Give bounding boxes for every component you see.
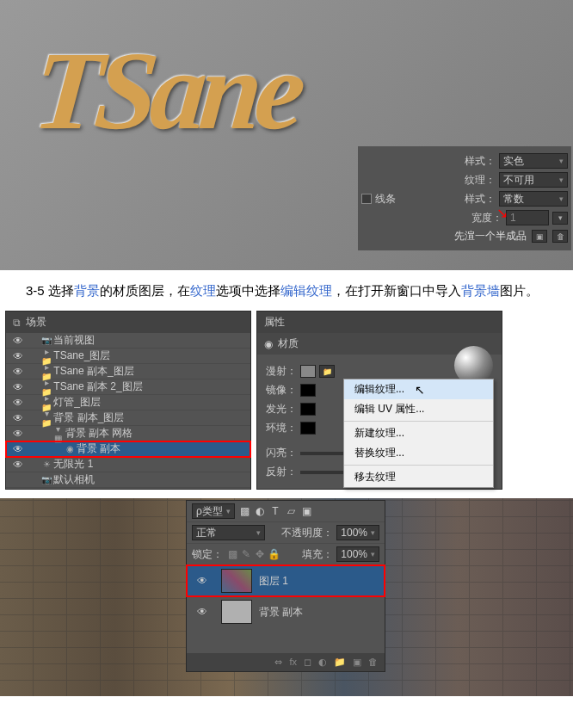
- layer-type-icon: 📷: [41, 475, 52, 484]
- instruction-text: 3-5 选择背景的材质图层，在纹理选项中选择编辑纹理，在打开新窗口中导入背景墙图…: [0, 270, 573, 311]
- red-arrow-annotation: ↘: [496, 205, 508, 221]
- style-options-panel: 样式： 实色 纹理： 不可用 线条 样式： 常数 宽度： 1 ▾ ↘ 先渲一个半…: [358, 146, 571, 250]
- palette-layer-1[interactable]: 👁 图层 1: [187, 565, 385, 596]
- layer-row[interactable]: 👁 ◉背景 副本: [6, 441, 250, 457]
- bottom-section: ρ 类型 ▩ ◐ T ▱ ▣ 正常 不透明度： 100% 锁定： ▩ ✎ ✥ 🔒…: [0, 498, 573, 696]
- layer-name-text: 默认相机: [52, 472, 95, 487]
- texture-context-menu: 编辑纹理... 编辑 UV 属性... 新建纹理... 替换纹理... 移去纹理…: [343, 379, 494, 488]
- layers-palette: ρ 类型 ▩ ◐ T ▱ ▣ 正常 不透明度： 100% 锁定： ▩ ✎ ✥ 🔒…: [186, 500, 385, 672]
- layer-filter-select[interactable]: ρ 类型: [192, 503, 235, 519]
- blend-mode-select[interactable]: 正常: [192, 525, 265, 540]
- lock-pos-icon[interactable]: ✥: [254, 548, 266, 560]
- layer-type-icon: ☀: [41, 460, 52, 469]
- palette-footer: ⇔ fx ◻ ◐ 📁 ▣ 🗑: [187, 653, 385, 671]
- cursor-icon: ↖: [415, 383, 425, 397]
- specular-swatch[interactable]: [300, 384, 316, 397]
- layer-row[interactable]: 📷默认相机: [6, 472, 250, 488]
- texture-label: 纹理：: [461, 173, 496, 188]
- fill-input[interactable]: 100%: [336, 546, 379, 562]
- visibility-toggle[interactable]: 👁: [190, 575, 214, 587]
- group-icon[interactable]: 📁: [334, 657, 346, 668]
- layer-name-text: 背景 副本_图层: [52, 410, 124, 425]
- visibility-icon[interactable]: 👁: [6, 366, 30, 378]
- shine-label: 闪亮：: [266, 446, 297, 460]
- layer-name-text: TSane_图层: [52, 349, 110, 363]
- layer-name-text: 灯管_图层: [52, 395, 101, 410]
- filter-smart-icon[interactable]: ▣: [300, 505, 312, 517]
- style-fill-select[interactable]: 实色: [499, 153, 568, 169]
- render-preview: TSane 样式： 实色 纹理： 不可用 线条 样式： 常数 宽度： 1 ▾ ↘…: [0, 0, 573, 270]
- props-header: 属性: [257, 312, 502, 333]
- fx-icon[interactable]: fx: [289, 657, 297, 668]
- texture-select[interactable]: 不可用: [499, 172, 568, 188]
- diffuse-swatch[interactable]: [300, 365, 316, 378]
- layer-name: 背景 副本: [259, 605, 303, 620]
- lock-trans-icon[interactable]: ▩: [226, 548, 238, 560]
- visibility-icon[interactable]: 👁: [6, 350, 30, 362]
- stroke-checkbox[interactable]: [361, 194, 372, 204]
- opacity-label: 不透明度：: [281, 526, 333, 540]
- opacity-input[interactable]: 100%: [336, 525, 379, 540]
- layer-name-text: TSane 副本_图层: [52, 364, 133, 379]
- palette-layer-2[interactable]: 👁 背景 副本: [187, 596, 385, 627]
- width-input[interactable]: 1: [506, 210, 549, 225]
- mask-icon[interactable]: ◻: [304, 657, 311, 668]
- layer-type-icon: 📷: [41, 336, 52, 345]
- layer-name-text: 背景 副本 网格: [64, 426, 133, 441]
- visibility-icon[interactable]: 👁: [6, 459, 30, 471]
- scene-panel-header: ⧉ 场景: [6, 312, 250, 333]
- visibility-toggle[interactable]: 👁: [190, 606, 214, 618]
- render-note: 先渲一个半成品: [454, 229, 527, 244]
- menu-replace-texture[interactable]: 替换纹理...: [344, 443, 493, 463]
- layer-thumbnail[interactable]: [221, 600, 252, 624]
- visibility-icon[interactable]: 👁: [6, 412, 30, 424]
- menu-remove-texture[interactable]: 移去纹理: [344, 467, 493, 487]
- specular-label: 镜像：: [266, 383, 297, 398]
- visibility-icon[interactable]: 👁: [6, 428, 30, 440]
- reflect-label: 反射：: [266, 465, 297, 479]
- lock-paint-icon[interactable]: ✎: [240, 548, 252, 560]
- filter-adjust-icon[interactable]: ◐: [254, 505, 266, 517]
- stroke-label: 线条: [375, 192, 458, 207]
- delete-icon[interactable]: 🗑: [368, 657, 378, 668]
- ambient-swatch[interactable]: [300, 422, 316, 435]
- filter-pixel-icon[interactable]: ▩: [238, 505, 250, 517]
- style-label: 样式：: [461, 154, 496, 169]
- width-link-icon[interactable]: ▾: [552, 212, 568, 225]
- material-icon: ◉: [264, 338, 273, 350]
- layer-name: 图层 1: [259, 574, 288, 589]
- filter-icon[interactable]: ⧉: [13, 317, 21, 329]
- filter-type-icon[interactable]: T: [269, 505, 281, 517]
- layer-name-text: 当前视图: [52, 333, 95, 348]
- render-3d-text: TSane: [28, 26, 304, 155]
- lock-all-icon[interactable]: 🔒: [268, 548, 280, 560]
- fill-label: 填充：: [302, 547, 333, 562]
- properties-panel: 属性 ◉ 材质 漫射： 📁 镜像： 发光： 环境： 闪亮： 反射： 编辑纹理..…: [256, 311, 502, 490]
- visibility-icon[interactable]: 👁: [6, 443, 30, 455]
- layer-thumbnail[interactable]: [221, 569, 252, 593]
- diffuse-texture-button[interactable]: 📁: [319, 365, 335, 378]
- glow-swatch[interactable]: [300, 403, 316, 416]
- visibility-icon[interactable]: 👁: [6, 397, 30, 409]
- menu-edit-uv[interactable]: 编辑 UV 属性...: [344, 399, 493, 419]
- layer-type-icon: ▾ ▦: [53, 424, 64, 443]
- link-icon[interactable]: ⇔: [274, 657, 282, 668]
- layer-row[interactable]: 👁 ▾ ▦背景 副本 网格: [6, 426, 250, 441]
- layer-row[interactable]: 👁 ☀无限光 1: [6, 457, 250, 472]
- layer-row[interactable]: 👁 ▾📁背景 副本_图层: [6, 410, 250, 426]
- diffuse-label: 漫射：: [266, 364, 297, 379]
- stroke-style-label: 样式：: [461, 192, 496, 207]
- new-layer-icon[interactable]: ▣: [353, 657, 361, 668]
- stroke-style-select[interactable]: 常数: [499, 191, 568, 207]
- filter-shape-icon[interactable]: ▱: [285, 505, 297, 517]
- panels-row: ⧉ 场景 👁 📷当前视图👁 ▸📁TSane_图层👁 ▸📁TSane 副本_图层👁…: [0, 311, 573, 498]
- adjustment-icon[interactable]: ◐: [318, 657, 327, 668]
- menu-new-texture[interactable]: 新建纹理...: [344, 423, 493, 443]
- layer-type-icon: ◉: [65, 444, 75, 453]
- visibility-icon[interactable]: 👁: [6, 381, 30, 393]
- visibility-icon[interactable]: 👁: [6, 335, 30, 347]
- trash-icon[interactable]: 🗑: [552, 230, 568, 243]
- layer-type-icon: ▾📁: [41, 409, 52, 428]
- scene-layers-panel: ⧉ 场景 👁 📷当前视图👁 ▸📁TSane_图层👁 ▸📁TSane 副本_图层👁…: [5, 311, 251, 490]
- render-button[interactable]: ▣: [532, 230, 547, 243]
